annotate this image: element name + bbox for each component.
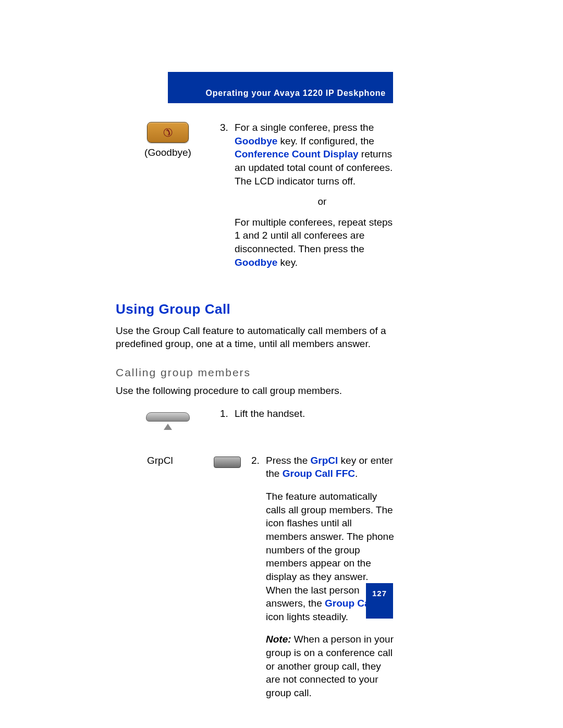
- conference-count-display-term: Conference Count Display: [235, 149, 359, 159]
- note-label: Note:: [266, 634, 291, 645]
- step-number: 3.: [220, 121, 235, 269]
- section-intro: Use the Group Call feature to automatica…: [116, 324, 395, 351]
- step-2-row: GrpCl 2. Press the GrpCl key or enter th…: [116, 454, 395, 700]
- group-call-ffc-term: Group Call FFC: [283, 468, 355, 479]
- grpcl-key-figure: [210, 454, 251, 468]
- page-content: ✆ (Goodbye) 3. For a single conferee, pr…: [116, 121, 395, 700]
- subsection-intro: Use the following procedure to call grou…: [116, 384, 395, 398]
- step-body: Press the GrpCl key or enter the Group C…: [266, 454, 395, 700]
- lift-handset-icon: [144, 412, 191, 438]
- goodbye-key-figure: ✆ (Goodbye): [116, 121, 220, 159]
- grpcl-label: GrpCl: [116, 454, 210, 467]
- step-1-text: 1. Lift the handset.: [220, 407, 395, 421]
- or-separator: or: [249, 195, 395, 208]
- step-3-text: 3. For a single conferee, press the Good…: [220, 121, 395, 269]
- handset-figure: [116, 407, 220, 438]
- phone-hangup-icon: ✆: [159, 124, 177, 141]
- page-number: 127: [366, 583, 393, 619]
- running-header-text: Operating your Avaya 1220 IP Deskphone: [206, 88, 386, 99]
- softkey-icon: [214, 456, 241, 468]
- grpcl-term: GrpCl: [311, 455, 338, 466]
- goodbye-caption: (Goodbye): [116, 146, 220, 159]
- step-number: 1.: [220, 407, 235, 421]
- section-heading: Using Group Call: [116, 300, 395, 318]
- goodbye-term-2: Goodbye: [235, 257, 277, 268]
- goodbye-key-icon: ✆: [147, 122, 189, 143]
- step-body: Lift the handset.: [235, 407, 395, 421]
- document-page: Operating your Avaya 1220 IP Deskphone ✆…: [0, 0, 563, 728]
- step-body: For a single conferee, press the Goodbye…: [235, 121, 395, 269]
- step-2-text: 2. Press the GrpCl key or enter the Grou…: [251, 454, 395, 700]
- step-number: 2.: [251, 454, 266, 700]
- step-1-row: 1. Lift the handset.: [116, 407, 395, 438]
- running-header: Operating your Avaya 1220 IP Deskphone: [168, 72, 393, 103]
- step-2-note: Note: When a person in your group is on …: [266, 633, 395, 699]
- step-3-row: ✆ (Goodbye) 3. For a single conferee, pr…: [116, 121, 395, 269]
- subsection-heading: Calling group members: [116, 365, 395, 380]
- page-number-text: 127: [372, 588, 387, 599]
- goodbye-term: Goodbye: [235, 135, 277, 146]
